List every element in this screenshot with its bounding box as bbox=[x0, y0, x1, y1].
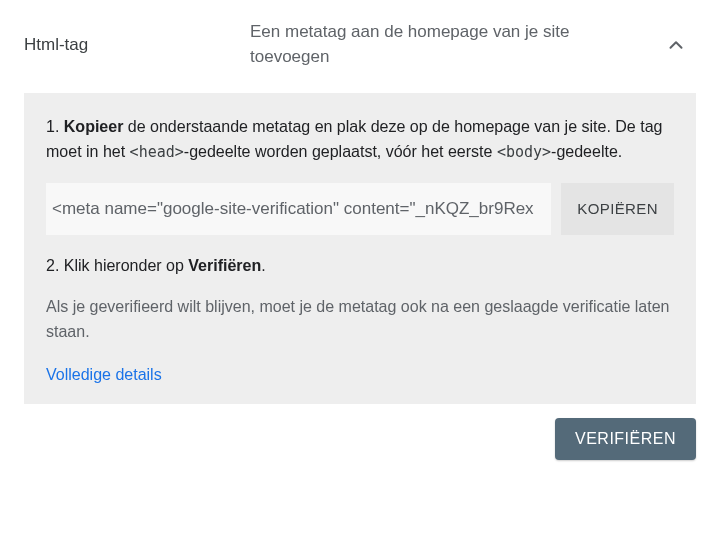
step1-text: 1. Kopieer de onderstaande metatag en pl… bbox=[46, 115, 674, 165]
code-head: <head> bbox=[130, 143, 184, 161]
panel-title: Html-tag bbox=[24, 35, 234, 55]
step2-text: 2. Klik hieronder op Verifiëren. bbox=[46, 257, 674, 275]
collapse-toggle[interactable] bbox=[656, 34, 696, 56]
step2-suffix: . bbox=[261, 257, 265, 274]
step1-mid: -gedeelte worden geplaatst, vóór het eer… bbox=[184, 143, 497, 160]
step2-prefix: 2. Klik hieronder op bbox=[46, 257, 188, 274]
code-body: <body> bbox=[497, 143, 551, 161]
chevron-up-icon bbox=[665, 34, 687, 56]
full-details-link[interactable]: Volledige details bbox=[46, 366, 162, 383]
panel-body: 1. Kopieer de onderstaande metatag en pl… bbox=[24, 93, 696, 404]
panel-header[interactable]: Html-tag Een metatag aan de homepage van… bbox=[0, 0, 720, 93]
step1-bold: Kopieer bbox=[64, 118, 124, 135]
panel-subtitle: Een metatag aan de homepage van je site … bbox=[250, 20, 640, 69]
step1-prefix: 1. bbox=[46, 118, 64, 135]
step2-bold: Verifiëren bbox=[188, 257, 261, 274]
step1-end: -gedeelte. bbox=[551, 143, 622, 160]
footer-actions: VERIFIËREN bbox=[0, 404, 720, 460]
meta-tag-field[interactable]: <meta name="google-site-verification" co… bbox=[46, 183, 551, 235]
verify-button[interactable]: VERIFIËREN bbox=[555, 418, 696, 460]
copy-button[interactable]: KOPIËREN bbox=[561, 183, 674, 235]
meta-tag-row: <meta name="google-site-verification" co… bbox=[46, 183, 674, 235]
persistence-note: Als je geverifieerd wilt blijven, moet j… bbox=[46, 295, 674, 345]
